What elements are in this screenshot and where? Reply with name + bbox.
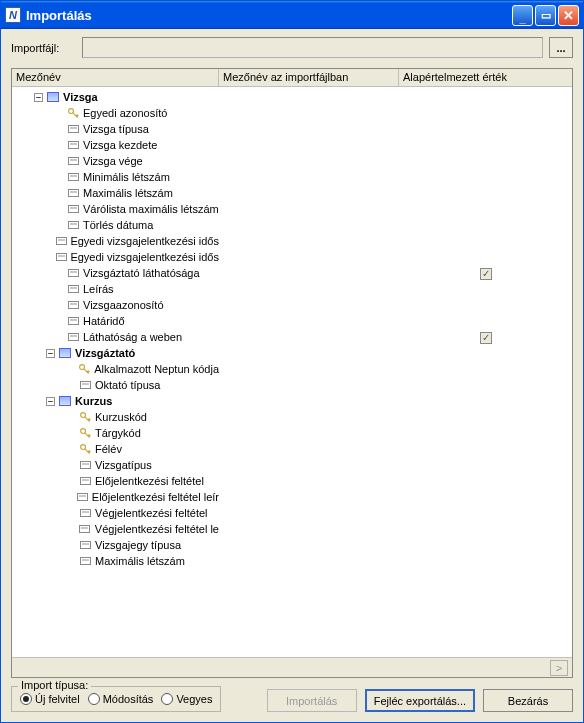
grid-footer: >	[12, 657, 572, 677]
key-icon	[78, 411, 92, 423]
tree-item-row[interactable]: Vizsgaazonosító	[12, 297, 572, 313]
tree-item-row[interactable]: Minimális létszám	[12, 169, 572, 185]
bottom-area: Import típusa: Új felvitelMódosításVegye…	[11, 686, 573, 712]
radio-label: Módosítás	[103, 693, 154, 705]
radio-icon	[161, 693, 173, 705]
tree-item-row[interactable]: Előjelentkezési feltétel leír	[12, 489, 572, 505]
import-type-legend: Import típusa:	[18, 679, 91, 691]
tree-item-row[interactable]: Leírás	[12, 281, 572, 297]
item-label: Alkalmazott Neptun kódja	[94, 361, 219, 377]
column-header-default[interactable]: Alapértelmezett érték	[399, 69, 572, 86]
import-type-option[interactable]: Új felvitel	[20, 693, 80, 705]
tree-item-row[interactable]: Vizsga vége	[12, 153, 572, 169]
tree-group-row[interactable]: −Vizsga	[12, 89, 572, 105]
tree-item-row[interactable]: Törlés dátuma	[12, 217, 572, 233]
item-label: Egyedi vizsgajelentkezési idős	[70, 233, 219, 249]
expander-icon[interactable]: −	[46, 397, 55, 406]
tree-group-row[interactable]: −Kurzus	[12, 393, 572, 409]
tree-item-row[interactable]: Láthatóság a weben✓	[12, 329, 572, 345]
field-icon	[75, 491, 88, 503]
table-icon	[46, 91, 60, 103]
import-type-option[interactable]: Vegyes	[161, 693, 212, 705]
item-label: Vizsgáztató láthatósága	[83, 265, 200, 281]
item-label: Törlés dátuma	[83, 217, 153, 233]
app-icon: N	[5, 7, 21, 23]
checkbox-icon[interactable]: ✓	[480, 332, 492, 344]
item-label: Előjelentkezési feltétel leír	[92, 489, 219, 505]
tree-item-row[interactable]: Egyedi vizsgajelentkezési idős	[12, 233, 572, 249]
group-label: Vizsgáztató	[75, 345, 135, 361]
tree-item-row[interactable]: Vizsgajegy típusa	[12, 537, 572, 553]
bottom-buttons: Importálás Fejléc exportálás... Bezárás	[231, 689, 573, 712]
checkbox-icon[interactable]: ✓	[480, 268, 492, 280]
tree-item-row[interactable]: Egyedi vizsgajelentkezési idős	[12, 249, 572, 265]
close-dialog-button[interactable]: Bezárás	[483, 689, 573, 712]
scroll-right-button[interactable]: >	[550, 660, 568, 676]
field-icon	[78, 459, 92, 471]
tree-item-row[interactable]: Vizsgáztató láthatósága✓	[12, 265, 572, 281]
field-icon	[66, 139, 80, 151]
tree-item-row[interactable]: Előjelentkezési feltétel	[12, 473, 572, 489]
column-header-name[interactable]: Mezőnév	[12, 69, 219, 86]
field-icon	[66, 203, 80, 215]
tree-group-row[interactable]: −Vizsgáztató	[12, 345, 572, 361]
close-button[interactable]: ✕	[558, 5, 579, 26]
importfile-input[interactable]	[82, 37, 543, 58]
tree-item-row[interactable]: Várólista maximális létszám	[12, 201, 572, 217]
minimize-button[interactable]: _	[512, 5, 533, 26]
content-area: Importfájl: ... Mezőnév Mezőnév az impor…	[1, 29, 583, 722]
field-icon	[66, 123, 80, 135]
radio-label: Vegyes	[176, 693, 212, 705]
tree-item-row[interactable]: Félév	[12, 441, 572, 457]
tree-item-row[interactable]: Végjelentkezési feltétel	[12, 505, 572, 521]
browse-button[interactable]: ...	[549, 37, 573, 58]
group-label: Vizsga	[63, 89, 98, 105]
tree-item-row[interactable]: Tárgykód	[12, 425, 572, 441]
tree-item-row[interactable]: Vizsga kezdete	[12, 137, 572, 153]
item-label: Leírás	[83, 281, 114, 297]
tree-item-row[interactable]: Határidő	[12, 313, 572, 329]
import-type-radios: Új felvitelMódosításVegyes	[20, 693, 212, 705]
tree-item-row[interactable]: Maximális létszám	[12, 553, 572, 569]
item-label: Láthatóság a weben	[83, 329, 182, 345]
item-label: Végjelentkezési feltétel le	[95, 521, 219, 537]
tree-item-row[interactable]: Vizsga típusa	[12, 121, 572, 137]
tree-item-row[interactable]: Oktató típusa	[12, 377, 572, 393]
key-icon	[66, 107, 80, 119]
item-label: Vizsgaazonosító	[83, 297, 164, 313]
field-icon	[56, 235, 67, 247]
key-icon	[77, 363, 91, 375]
dialog-window: N Importálás _ ▭ ✕ Importfájl: ... Mezőn…	[0, 0, 584, 723]
import-button[interactable]: Importálás	[267, 689, 357, 712]
grid-body: −VizsgaEgyedi azonosítóVizsga típusaVizs…	[12, 87, 572, 657]
key-icon	[78, 427, 92, 439]
tree-item-row[interactable]: Kurzuskód	[12, 409, 572, 425]
radio-icon	[20, 693, 32, 705]
radio-icon	[88, 693, 100, 705]
tree-item-row[interactable]: Egyedi azonosító	[12, 105, 572, 121]
expander-icon[interactable]: −	[46, 349, 55, 358]
tree-item-row[interactable]: Alkalmazott Neptun kódja	[12, 361, 572, 377]
column-header-importname[interactable]: Mezőnév az importfájlban	[219, 69, 399, 86]
window-title: Importálás	[26, 8, 512, 23]
importfile-label: Importfájl:	[11, 42, 76, 54]
group-label: Kurzus	[75, 393, 112, 409]
export-header-button[interactable]: Fejléc exportálás...	[365, 689, 475, 712]
field-icon	[78, 523, 92, 535]
import-type-option[interactable]: Módosítás	[88, 693, 154, 705]
tree-item-row[interactable]: Maximális létszám	[12, 185, 572, 201]
field-icon	[66, 315, 80, 327]
item-label: Végjelentkezési feltétel	[95, 505, 208, 521]
tree-item-row[interactable]: Végjelentkezési feltétel le	[12, 521, 572, 537]
radio-label: Új felvitel	[35, 693, 80, 705]
item-label: Maximális létszám	[95, 553, 185, 569]
item-label: Oktató típusa	[95, 377, 160, 393]
expander-icon[interactable]: −	[34, 93, 43, 102]
field-icon	[56, 251, 67, 263]
field-icon	[66, 331, 80, 343]
field-icon	[78, 379, 92, 391]
item-label: Félév	[95, 441, 122, 457]
tree-item-row[interactable]: Vizsgatípus	[12, 457, 572, 473]
field-icon	[66, 219, 80, 231]
maximize-button[interactable]: ▭	[535, 5, 556, 26]
